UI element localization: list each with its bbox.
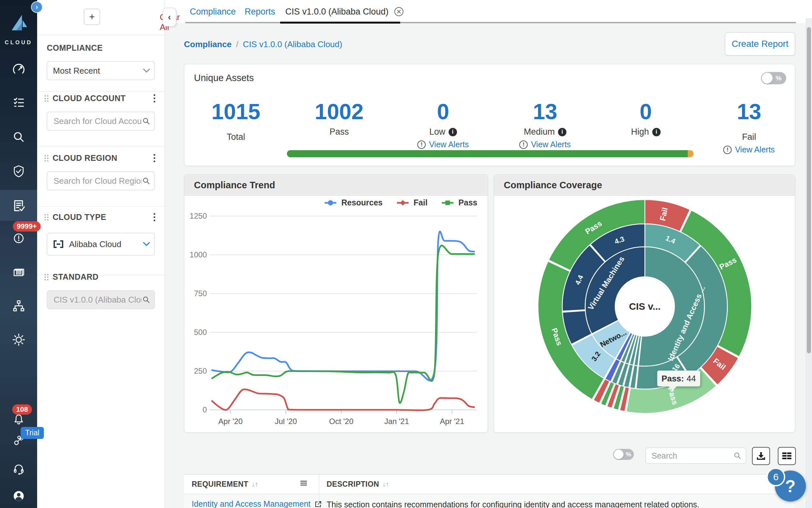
breadcrumb-compliance[interactable]: Compliance <box>184 39 231 49</box>
stat-label: Mediumi <box>503 127 587 137</box>
cloud-region-search-input[interactable] <box>53 176 142 186</box>
view-alerts-link[interactable]: ! View Alerts <box>707 145 791 154</box>
unique-assets-title: Unique Assets <box>194 73 254 83</box>
stat-high: 0 Highi <box>604 100 688 137</box>
settings-gear-icon[interactable] <box>0 331 37 348</box>
stat-label: Pass <box>297 127 381 137</box>
trend-line-pass <box>212 246 474 403</box>
filter-section-cloud-type: CLOUD TYPE <box>44 212 155 222</box>
selected-value: Alibaba Cloud <box>69 239 143 249</box>
filter-title: CLOUD TYPE <box>53 212 106 222</box>
download-button[interactable] <box>752 447 770 465</box>
percent-toggle[interactable]: % <box>761 72 786 84</box>
kebab-menu-icon[interactable] <box>154 94 155 102</box>
search-icon <box>142 296 150 304</box>
network-icon[interactable] <box>0 297 37 314</box>
compliance-trend-card: Compliance Trend Resources Fail Pass 025… <box>184 174 488 433</box>
svg-text:1250: 1250 <box>190 212 207 220</box>
stat-label: Highi <box>604 127 688 137</box>
active-tab-underline <box>280 22 400 24</box>
filter-panel-collapse-button[interactable]: ‹ <box>163 8 176 27</box>
requirement-link[interactable]: Identity and Access Management <box>192 499 311 508</box>
help-count-badge: 6 <box>766 468 785 486</box>
sort-icon[interactable]: ↓↑ <box>251 480 258 488</box>
kebab-menu-icon[interactable] <box>154 154 155 162</box>
column-label: REQUIREMENT <box>192 480 248 489</box>
compliance-sort-select[interactable]: Most Recent <box>47 61 155 80</box>
support-headset-icon[interactable] <box>0 461 37 477</box>
close-tab-icon[interactable] <box>394 6 404 17</box>
drag-handle-icon[interactable] <box>44 95 49 102</box>
view-alerts-link[interactable]: ! View Alerts <box>401 140 485 149</box>
svg-text:Oct '20: Oct '20 <box>329 417 353 426</box>
security-shield-icon[interactable] <box>0 162 37 180</box>
pass-bar-segment <box>287 150 688 157</box>
column-menu-icon[interactable] <box>299 479 308 487</box>
alert-circle-icon: ! <box>417 140 426 149</box>
filter-section-cloud-region: CLOUD REGION <box>44 154 155 163</box>
chevron-down-icon <box>143 242 150 246</box>
column-divider <box>319 474 319 494</box>
cloud-account-search-input[interactable] <box>53 116 142 127</box>
trend-card-header: Compliance Trend <box>184 175 488 196</box>
standard-search-input[interactable] <box>53 295 142 305</box>
table-search-input[interactable] <box>651 451 733 461</box>
svg-text:Apr '21: Apr '21 <box>440 417 464 426</box>
column-header-requirement[interactable]: REQUIREMENT ↓↑ <box>192 474 258 494</box>
sunburst-center-label: CIS v... <box>629 301 661 312</box>
standard-search[interactable] <box>47 290 155 309</box>
drag-handle-icon[interactable] <box>44 214 49 221</box>
tab-reports[interactable]: Reports <box>245 4 275 19</box>
drag-handle-icon[interactable] <box>44 273 49 281</box>
cloud-type-select[interactable]: Alibaba Cloud <box>47 233 155 255</box>
download-icon <box>756 451 766 461</box>
compliance-icon[interactable] <box>0 190 37 221</box>
info-icon[interactable]: i <box>652 128 661 136</box>
column-settings-button[interactable] <box>778 447 796 465</box>
table-header-row: REQUIREMENT ↓↑ DESCRIPTION ↓↑ <box>184 474 795 494</box>
search-icon[interactable] <box>0 128 37 146</box>
table-percent-toggle[interactable]: % <box>613 449 634 460</box>
containers-icon[interactable] <box>0 264 37 281</box>
filter-title: STANDARD <box>53 272 98 282</box>
tab-compliance[interactable]: Compliance <box>190 4 236 19</box>
svg-text:250: 250 <box>194 367 207 375</box>
add-filter-button[interactable]: + <box>84 9 100 25</box>
description-text: This section contains recommendations fo… <box>327 500 699 508</box>
stat-value: 0 <box>604 100 688 122</box>
cloud-account-search[interactable] <box>47 112 155 130</box>
column-header-description[interactable]: DESCRIPTION ↓↑ <box>327 474 389 494</box>
info-icon[interactable]: i <box>558 128 566 136</box>
policies-checklist-icon[interactable] <box>0 94 37 112</box>
external-link-icon[interactable] <box>314 500 322 508</box>
svg-text:Apr '20: Apr '20 <box>219 417 243 426</box>
info-icon[interactable]: i <box>448 128 457 136</box>
tooltip-label: Pass: <box>662 374 684 384</box>
table-search[interactable] <box>646 448 746 464</box>
drag-handle-icon[interactable] <box>44 155 49 162</box>
cloud-region-search[interactable] <box>47 171 155 190</box>
requirements-table: REQUIREMENT ↓↑ DESCRIPTION ↓↑ Identity a… <box>184 474 795 508</box>
dashboard-icon[interactable] <box>0 60 37 78</box>
app-logo-icon <box>8 12 29 36</box>
trial-badge: Trial <box>21 427 44 439</box>
scrollbar-thumb[interactable] <box>807 27 811 353</box>
stat-value: 13 <box>707 100 791 122</box>
table-row[interactable]: Identity and Access Management This sect… <box>184 494 795 508</box>
breadcrumb-current[interactable]: CIS v1.0.0 (Alibaba Cloud) <box>243 39 342 49</box>
sidebar-expand-button[interactable]: › <box>31 1 43 13</box>
tab-cis-standard[interactable]: CIS v1.0.0 (Alibaba Cloud) <box>285 4 404 19</box>
sidebar: CLOUD 9999+ <box>0 0 37 508</box>
svg-text:1000: 1000 <box>190 250 207 259</box>
kebab-menu-icon[interactable] <box>154 213 155 221</box>
trend-line-fail <box>212 389 474 410</box>
profile-avatar[interactable] <box>0 488 37 504</box>
stat-pass: 1002 Pass <box>297 100 381 137</box>
stat-fail: 13 Fail ! View Alerts <box>707 100 791 154</box>
sort-icon[interactable]: ↓↑ <box>382 480 389 488</box>
alerts-icon[interactable] <box>0 230 37 247</box>
stat-medium: 13 Mediumi ! View Alerts <box>503 100 587 149</box>
view-alerts-link[interactable]: ! View Alerts <box>503 140 587 149</box>
stat-low: 0 Lowi ! View Alerts <box>401 100 485 149</box>
create-report-button[interactable]: Create Report <box>725 32 795 55</box>
